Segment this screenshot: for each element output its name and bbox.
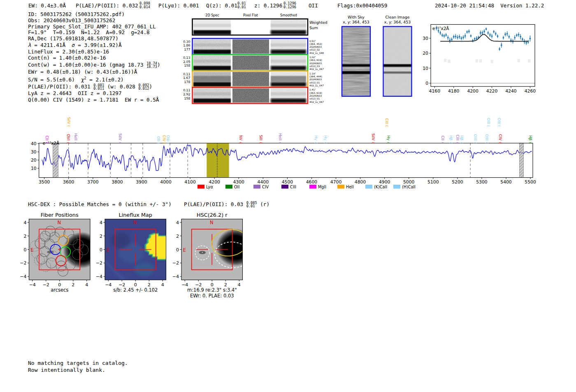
x-tick-label: 0	[134, 282, 137, 288]
x-tick-label: −4	[29, 282, 36, 288]
bright-neighbor-blob	[63, 232, 100, 269]
elixer-report-page: EW: 0.4±3.0ÅP(LAE)/P(OII): 0.0320.0980.0…	[0, 0, 576, 392]
cutouts-canvas: NEFiber Positions−4−2024420−2−4arcsecsNE…	[0, 0, 576, 392]
y-tick-label: 2	[100, 234, 102, 239]
x-tick-label: 4	[161, 282, 164, 288]
lineflux-map-title: Lineflux Map	[119, 212, 153, 218]
x-tick-label: 0	[211, 282, 214, 288]
y-tick-label: −2	[96, 260, 102, 266]
y-tick-label: 4	[176, 220, 179, 225]
east-label: E	[183, 247, 186, 253]
x-tick-label: −2	[118, 282, 125, 288]
x-tick-label: −4	[181, 282, 188, 288]
x-tick-label: −2	[195, 282, 202, 288]
y-tick-label: 0	[100, 247, 102, 253]
x-tick-label: 2	[224, 282, 227, 288]
x-tick-label: −2	[43, 282, 49, 288]
y-tick-label: −4	[20, 274, 26, 279]
faint-galaxy-core	[202, 252, 203, 253]
x-tick-label: 2	[148, 282, 151, 288]
g-element: NE	[181, 219, 255, 280]
fiber-positions-panel: NEFiber Positions−4−2024420−2−4arcsecs	[20, 212, 100, 293]
lineflux-map-panel: NELineflux Map−4−2024420−2−4s/b: 2.45 +/…	[96, 212, 167, 293]
sb-ratio-caption: s/b: 2.45 +/- 0.102	[113, 287, 158, 293]
y-tick-label: −4	[96, 274, 102, 279]
ellipse-shape	[134, 262, 155, 276]
x-tick-label: 4	[85, 282, 88, 288]
x-tick-label: 0	[58, 282, 61, 288]
ellipse-shape	[111, 232, 130, 248]
x-tick-label: 4	[238, 282, 241, 288]
y-tick-label: 2	[176, 234, 179, 239]
hsc-cutout-title: HSC(26.2) r	[197, 212, 228, 218]
y-tick-label: 0	[24, 247, 27, 253]
east-label: E	[30, 247, 33, 253]
y-tick-label: 4	[100, 220, 102, 225]
y-tick-label: −4	[172, 274, 179, 279]
g-element: NE	[104, 219, 167, 281]
fiber-positions-title: Fiber Positions	[41, 212, 79, 218]
hsc-mag-caption: m:16.9 re:2.3" s:3.4"	[187, 287, 237, 293]
y-tick-label: 0	[176, 247, 179, 253]
x-tick-label: 2	[72, 282, 74, 288]
y-tick-label: 4	[24, 220, 27, 225]
y-tick-label: 2	[24, 234, 27, 239]
y-tick-label: −2	[20, 260, 26, 266]
north-label: N	[210, 220, 214, 225]
footer-note-1: No matching targets in catalog.	[28, 360, 128, 367]
east-label: E	[107, 247, 109, 253]
north-label: N	[133, 220, 137, 225]
bright-neighbor-blob	[216, 229, 255, 267]
y-tick-label: −2	[172, 260, 179, 266]
g-element: NE	[29, 219, 100, 280]
footer-note-2: Row intentionally blank.	[28, 367, 105, 374]
north-label: N	[58, 220, 61, 225]
arcsecs-label: arcsecs	[51, 287, 68, 293]
hsc-plae-caption: EWr: 0. PLAE: 0.03	[190, 293, 234, 299]
hsc-cutout-panel: NEHSC(26.2) r−4−2024420−2−4m:16.9 re:2.3…	[172, 212, 255, 299]
x-tick-label: −4	[105, 282, 111, 288]
